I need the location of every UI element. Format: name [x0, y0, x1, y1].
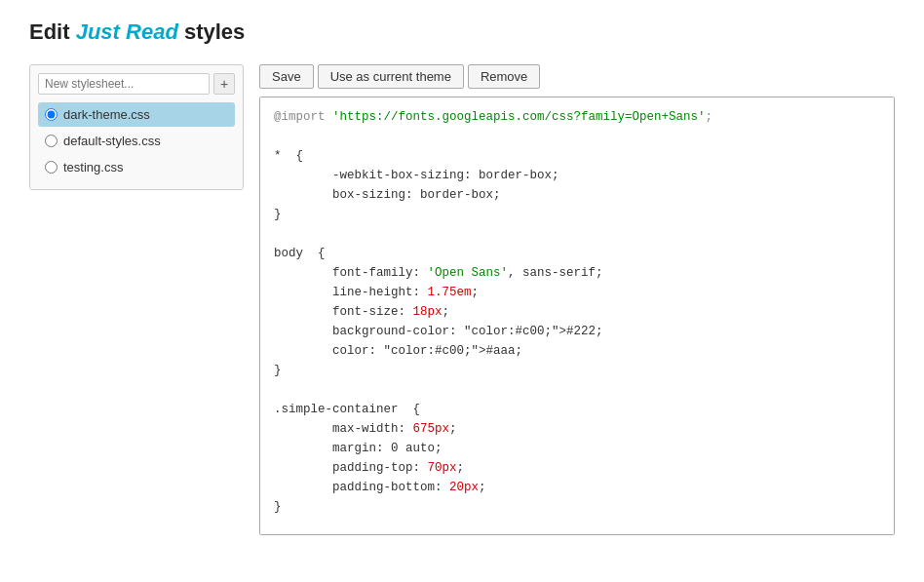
toolbar: Save Use as current theme Remove — [259, 64, 895, 89]
page-title: Edit Just Read styles — [29, 19, 895, 45]
add-stylesheet-button[interactable]: + — [213, 73, 235, 95]
editor-area: Save Use as current theme Remove @import… — [259, 64, 895, 535]
stylesheet-item-default-styles[interactable]: default-styles.css — [38, 129, 235, 153]
use-as-current-theme-button[interactable]: Use as current theme — [318, 64, 464, 89]
stylesheet-label-default-styles: default-styles.css — [63, 134, 161, 148]
code-editor-wrapper: @import 'https://fonts.googleapis.com/cs… — [259, 97, 895, 535]
stylesheet-label-dark-theme: dark-theme.css — [63, 107, 150, 122]
save-button[interactable]: Save — [259, 64, 314, 89]
stylesheet-item-testing[interactable]: testing.css — [38, 155, 235, 179]
stylesheet-label-testing: testing.css — [63, 160, 123, 175]
new-stylesheet-input[interactable] — [38, 73, 210, 95]
remove-button[interactable]: Remove — [468, 64, 540, 89]
stylesheet-item-dark-theme[interactable]: dark-theme.css — [38, 102, 235, 127]
sidebar: + dark-theme.css default-styles.css test… — [29, 64, 244, 190]
code-editor[interactable]: @import 'https://fonts.googleapis.com/cs… — [260, 97, 894, 534]
